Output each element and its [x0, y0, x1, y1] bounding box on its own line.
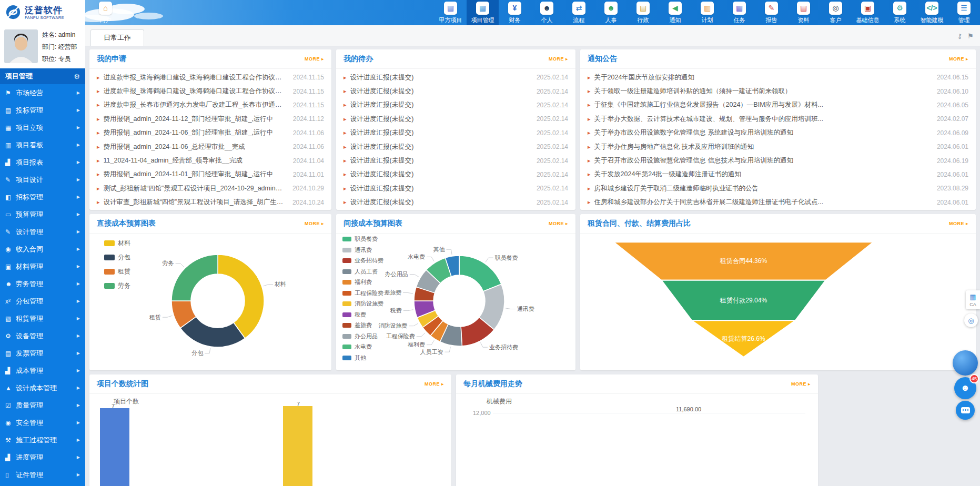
top-nav-item[interactable]: ☰ 管理: [948, 0, 980, 25]
list-item[interactable]: ▸ 关于发放2024年第24批一级建造师注册证书的通知 2024.06.01: [588, 168, 968, 181]
legend-item[interactable]: 职员餐费: [342, 235, 383, 243]
legend-item[interactable]: 人员工资: [342, 268, 383, 276]
bar[interactable]: [283, 406, 312, 486]
list-item[interactable]: ▸ 测试_彭祖新城“四馆”景观工程设计项目_2024-10-29_admin_结…: [97, 181, 324, 195]
sidebar-menu-item[interactable]: ◉ 安全管理 ▶: [0, 414, 85, 431]
list-item[interactable]: ▸ 费用报销_admin_2024-11-01_部门经理审批_胡建_,运行中 2…: [97, 168, 324, 181]
more-link[interactable]: MORE: [425, 381, 444, 387]
top-nav-item[interactable]: ✎ 报告: [755, 0, 787, 25]
legend-item[interactable]: 其他: [342, 354, 383, 362]
list-item[interactable]: ▸ 设计进度汇报(未提交) 2025.02.14: [343, 154, 568, 167]
legend-item[interactable]: 租赁: [104, 267, 130, 276]
sidebar-menu-item[interactable]: ▲ 设计成本管理 ▶: [0, 379, 85, 397]
sidebar-menu-item[interactable]: ▟ 项目报表 ▶: [0, 154, 85, 171]
legend-item[interactable]: 工程保险费: [342, 289, 383, 297]
sidebar-menu-item[interactable]: ▥ 项目看板 ▶: [0, 136, 85, 154]
list-item[interactable]: ▸ 设计进度汇报(未提交) 2025.02.14: [343, 168, 568, 181]
sidebar-menu-item[interactable]: ▯ 证件管理 ▶: [0, 466, 85, 483]
list-item[interactable]: ▸ 费用报销_admin_2024-11-12_部门经理审批_胡建_,运行中 2…: [97, 112, 324, 126]
top-nav-item[interactable]: ▦ 项目管理: [467, 0, 499, 25]
more-link[interactable]: MORE: [305, 221, 324, 226]
list-item[interactable]: ▸ 设计进度汇报(未提交) 2025.02.14: [343, 112, 568, 126]
top-nav-item[interactable]: ▥ 计划: [691, 0, 723, 25]
list-item[interactable]: ▸ 关于2024年国庆节放假安排的通知 2024.06.15: [588, 70, 968, 84]
list-item[interactable]: ▸ 关于举办市政公用设施数字化管理信息 系统建设与应用培训班的通知 2024.0…: [588, 126, 968, 140]
legend-item[interactable]: 差旅费: [342, 321, 383, 329]
list-item[interactable]: ▸ 费用报销_admin_2024-11-06_部门经理审批_胡建_,运行中 2…: [97, 126, 324, 140]
top-nav-item[interactable]: ▤ 资料: [787, 0, 820, 25]
sidebar-menu-item[interactable]: ▤ 发票管理 ▶: [0, 345, 85, 362]
user-avatar[interactable]: [4, 29, 38, 63]
more-link[interactable]: MORE: [549, 56, 568, 62]
list-item[interactable]: ▸ 住房和城乡建设部办公厅关于同意吉林省开展二级建造师注册证书电子化试点... …: [588, 196, 968, 209]
more-link[interactable]: MORE: [949, 56, 968, 62]
top-nav-item[interactable]: ☻ 人事: [595, 0, 627, 25]
gear-icon[interactable]: ⚙: [74, 73, 80, 80]
top-nav-item[interactable]: ◎ 客户: [820, 0, 852, 25]
list-item[interactable]: ▸ 关于举办住房与房地产信息化 技术及应用培训班的通知 2024.06.01: [588, 140, 968, 154]
more-link[interactable]: MORE: [791, 381, 811, 387]
list-item[interactable]: ▸ 进度款申报_珠海鹤港口建设_珠海鹤港口建设工程合作协议书_admin_...…: [97, 84, 324, 98]
list-item[interactable]: ▸ 设计进度汇报(未提交) 2025.02.14: [343, 140, 568, 154]
sidebar-menu-item[interactable]: ✎ 项目设计 ▶: [0, 171, 85, 188]
top-nav-item[interactable]: ▦ 任务: [723, 0, 755, 25]
more-link[interactable]: MORE: [949, 221, 968, 226]
top-nav-item[interactable]: ¥ 财务: [499, 0, 531, 25]
sidebar-menu-item[interactable]: ▧ 租赁管理 ▶: [0, 310, 85, 327]
sidebar-menu-item[interactable]: ◧ 招标管理 ▶: [0, 188, 85, 206]
list-item[interactable]: ▸ 设计审查_彭祖新城“四馆”景观工程设计项目_请选择_胡广生_2024-10-…: [97, 196, 324, 209]
legend-item[interactable]: 业务招待费: [342, 257, 383, 265]
legend-item[interactable]: 福利费: [342, 278, 383, 286]
sidebar-menu-item[interactable]: ▣ 材料管理 ▶: [0, 258, 85, 275]
tab-daily-work[interactable]: 日常工作: [90, 29, 144, 46]
legend-item[interactable]: 分包: [104, 253, 130, 262]
legend-item[interactable]: 水电费: [342, 343, 383, 351]
list-item[interactable]: ▸ 关于举办大数据、云计算技术在城市建设、规划、管理与服务中的应用培训班... …: [588, 112, 968, 126]
nav-item-portal[interactable]: ⌂ 门户: [89, 0, 122, 25]
top-nav-item[interactable]: ☻ 个人: [531, 0, 563, 25]
top-nav-item[interactable]: </> 智能建模: [916, 0, 948, 25]
top-nav-item[interactable]: ▣ 基础信息: [852, 0, 884, 25]
bar[interactable]: [100, 408, 129, 486]
sidebar-menu-item[interactable]: ✎ 设计管理 ▶: [0, 223, 85, 240]
top-nav-item[interactable]: ▦ 甲方项目: [435, 0, 467, 25]
sidebar-menu-item[interactable]: ☻ 劳务管理 ▶: [0, 275, 85, 292]
list-item[interactable]: ▸ 进度款申报_长春市伊通河水力发电厂改建工程_长春市伊通河水力发电... 20…: [97, 98, 324, 112]
list-item[interactable]: ▸ 设计进度汇报(未提交) 2025.02.14: [343, 84, 568, 98]
sidebar-menu-item[interactable]: ▦ 项目立项 ▶: [0, 119, 85, 136]
more-link[interactable]: MORE: [549, 221, 568, 226]
list-item[interactable]: ▸ 进度款申报_珠海鹤港口建设_珠海鹤港口建设工程合作协议书_admin_...…: [97, 70, 324, 84]
list-item[interactable]: ▸ 设计进度汇报(未提交) 2025.02.14: [343, 98, 568, 112]
list-item[interactable]: ▸ 房和城乡建设厅关于取消二级建造师临时执业证书的公告 2023.08.29: [588, 181, 968, 195]
side-toolbar-widget[interactable]: ▦ CA: [966, 290, 980, 309]
sidebar-menu-item[interactable]: ⚙ 设备管理 ▶: [0, 327, 85, 345]
list-item[interactable]: ▸ 费用报销_admin_2024-11-06_总经理审批__完成 2024.1…: [97, 140, 324, 154]
top-nav-item[interactable]: ⚙ 系统: [884, 0, 916, 25]
legend-item[interactable]: 材料: [104, 239, 130, 248]
sidebar-menu-item[interactable]: ◉ 收入合同 ▶: [0, 240, 85, 258]
chat-button[interactable]: [956, 401, 975, 420]
sidebar-menu-item[interactable]: ⚑ 市场经营 ▶: [0, 84, 85, 102]
legend-item[interactable]: 消防设施费: [342, 300, 383, 308]
top-nav-item[interactable]: ◀ 通知: [659, 0, 691, 25]
list-item[interactable]: ▸ 设计进度汇报(未提交) 2025.02.14: [343, 196, 568, 209]
sidebar-menu-item[interactable]: ▭ 预算管理 ▶: [0, 206, 85, 223]
legend-item[interactable]: 办公用品: [342, 332, 383, 340]
list-item[interactable]: ▸ 设计进度汇报(未提交) 2025.02.14: [343, 181, 568, 195]
pin-icon[interactable]: ⚑: [967, 32, 974, 40]
sidebar-menu-item[interactable]: ▟ 成本管理 ▶: [0, 362, 85, 379]
top-nav-item[interactable]: ▤ 行政: [627, 0, 659, 25]
sidebar-menu-item[interactable]: ☑ 质量管理 ▶: [0, 397, 85, 414]
app-logo[interactable]: 泛普软件 FANPU SOFTWARE: [0, 0, 85, 25]
legend-item[interactable]: 通讯费: [342, 246, 383, 254]
sidebar-menu-item[interactable]: ▟ 进度管理 ▶: [0, 449, 85, 466]
list-item[interactable]: ▸ 关于领取一级注册建造师培训补贴的通知（须持一建证书前来领取） 2024.06…: [588, 84, 968, 98]
legend-item[interactable]: 税费: [342, 311, 383, 319]
list-item[interactable]: ▸ 于征集《中国建筑施工行业信息化发展报告（2024）—BIM应用与发展》材料.…: [588, 98, 968, 112]
sidebar-menu-item[interactable]: ⚒ 施工过程管理 ▶: [0, 431, 85, 449]
key-icon[interactable]: ⚷: [957, 32, 963, 40]
sidebar-menu-item[interactable]: ▤ 投标管理 ▶: [0, 102, 85, 119]
float-ball-button[interactable]: [953, 350, 978, 376]
side-circle-button[interactable]: ◎: [964, 313, 978, 327]
list-item[interactable]: ▸ 11_2024-11-04_admin_经营部_领导审批__完成 2024.…: [97, 154, 324, 167]
